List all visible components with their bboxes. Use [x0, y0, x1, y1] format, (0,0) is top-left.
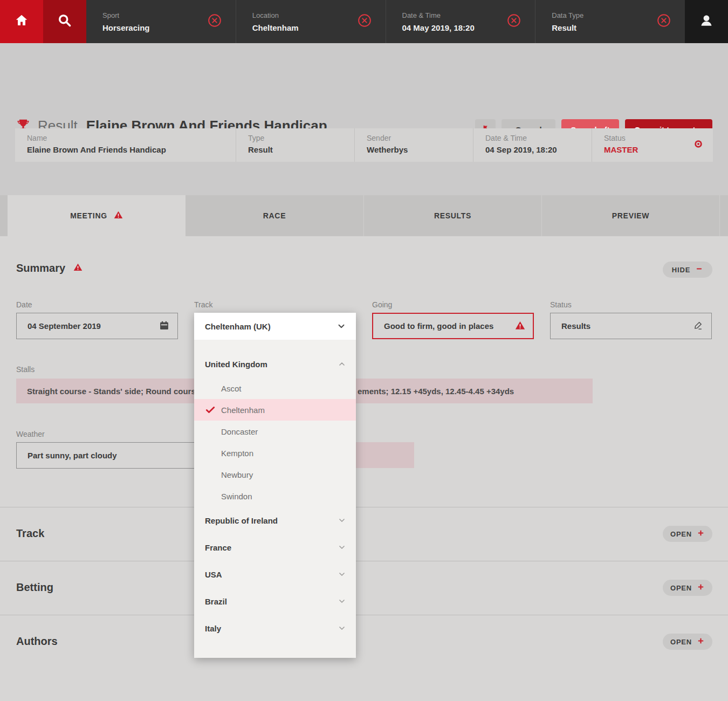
info-datetime: Date & Time 04 Sep 2019, 18:20: [473, 128, 592, 162]
home-button[interactable]: [0, 0, 43, 43]
filter-chips: Sport Horseracing Location Cheltenham: [86, 0, 685, 43]
authors-section-heading: Authors: [16, 635, 58, 648]
status-label: Status: [550, 300, 572, 309]
section-divider: [0, 561, 728, 561]
tab-bar: MEETING RACE RESULTS PREVIEW: [0, 195, 728, 236]
chevron-down-icon: [338, 543, 346, 552]
dropdown-group-usa[interactable]: USA: [194, 561, 356, 588]
dropdown-group-italy[interactable]: Italy: [194, 615, 356, 642]
dropdown-group-republic-of-ireland[interactable]: Republic of Ireland: [194, 507, 356, 534]
chip-value: 04 May 2019, 18:20: [402, 23, 475, 32]
calendar-icon: [159, 320, 170, 333]
tab-results[interactable]: RESULTS: [363, 195, 541, 236]
dropdown-group-brazil[interactable]: Brazil: [194, 588, 356, 615]
remove-filter-icon[interactable]: [208, 13, 222, 30]
tab-preview[interactable]: PREVIEW: [541, 195, 719, 236]
filter-chip-datetime[interactable]: Date & Time 04 May 2019, 18:20: [386, 0, 535, 43]
open-track-section-button[interactable]: OPEN: [663, 526, 712, 542]
chip-label: Sport: [102, 11, 150, 19]
tab-meeting[interactable]: MEETING: [8, 195, 186, 236]
hide-summary-button[interactable]: HIDE: [663, 262, 712, 278]
date-field[interactable]: 04 September 2019: [16, 313, 178, 339]
info-name: Name Elaine Brown And Friends Handicap: [15, 128, 236, 162]
plus-icon: [697, 637, 705, 647]
search-icon: [57, 13, 72, 30]
info-type: Type Result: [236, 128, 354, 162]
page-header: Result Elaine Brown And Friends Handicap…: [0, 43, 728, 128]
stalls-label: Stalls: [16, 365, 35, 374]
filter-chip-datatype[interactable]: Data Type Result: [535, 0, 685, 43]
chevron-down-icon: [338, 570, 346, 579]
track-dropdown: Cheltenham (UK) United Kingdom Ascot: [194, 313, 356, 658]
section-divider: [0, 615, 728, 615]
pencil-icon: [693, 320, 704, 332]
chip-label: Data Type: [552, 11, 583, 19]
meeting-tab-content: Summary HIDE Date Track Going Status 04 …: [0, 236, 728, 701]
remove-filter-icon[interactable]: [358, 13, 372, 30]
chevron-up-icon: [338, 360, 346, 368]
summary-heading: Summary: [16, 262, 83, 274]
tab-bar-filler: [719, 195, 728, 236]
chip-label: Date & Time: [402, 11, 475, 19]
info-status: Status MASTER: [592, 128, 713, 162]
dropdown-option-ascot[interactable]: Ascot: [194, 377, 356, 399]
chip-value: Result: [552, 23, 583, 32]
user-icon: [698, 12, 715, 31]
dropdown-option-kempton[interactable]: Kempton: [194, 442, 356, 464]
dropdown-option-swindon[interactable]: Swindon: [194, 485, 356, 507]
user-menu-button[interactable]: [685, 0, 728, 43]
minus-icon: [695, 265, 703, 274]
warning-triangle-icon: [114, 210, 123, 221]
chip-value: Horseracing: [102, 23, 150, 32]
tab-bar-filler: [0, 195, 8, 236]
filter-chip-location[interactable]: Location Cheltenham: [236, 0, 386, 43]
top-bar: Sport Horseracing Location Cheltenham: [0, 0, 728, 43]
going-field[interactable]: Good to firm, good in places: [372, 313, 534, 339]
chevron-down-icon: [338, 516, 346, 525]
open-betting-section-button[interactable]: OPEN: [663, 580, 712, 596]
filter-chip-sport[interactable]: Sport Horseracing: [86, 0, 236, 43]
check-icon: [205, 404, 216, 415]
chevron-down-icon: [336, 321, 346, 331]
track-label: Track: [194, 300, 212, 309]
dropdown-group-france[interactable]: France: [194, 534, 356, 561]
warning-triangle-icon: [73, 262, 83, 274]
stalls-text-left: Straight course - Stands' side; Round co…: [27, 387, 221, 396]
stalls-text-right: ements; 12.15 +45yds, 12.45-4.45 +34yds: [358, 379, 514, 403]
chip-value: Cheltenham: [252, 23, 299, 32]
remove-filter-icon[interactable]: [657, 13, 671, 30]
track-dropdown-trigger[interactable]: Cheltenham (UK): [194, 313, 356, 340]
dropdown-option-cheltenham[interactable]: Cheltenham: [194, 399, 356, 421]
target-icon: [693, 139, 703, 151]
betting-section-heading: Betting: [16, 581, 53, 594]
remove-filter-icon[interactable]: [507, 13, 521, 30]
plus-icon: [697, 583, 705, 593]
home-icon: [14, 13, 29, 30]
open-authors-section-button[interactable]: OPEN: [663, 634, 712, 650]
chip-label: Location: [252, 11, 299, 19]
section-divider: [0, 507, 728, 507]
chevron-down-icon: [338, 624, 346, 633]
dropdown-group-united-kingdom[interactable]: United Kingdom: [194, 350, 356, 377]
going-label: Going: [372, 300, 392, 309]
tab-race[interactable]: RACE: [186, 195, 363, 236]
plus-icon: [697, 529, 705, 539]
weather-label: Weather: [16, 430, 45, 438]
info-sender: Sender Wetherbys: [354, 128, 473, 162]
status-field[interactable]: Results: [550, 313, 712, 339]
warning-triangle-icon: [515, 320, 525, 332]
dropdown-option-doncaster[interactable]: Doncaster: [194, 421, 356, 442]
chevron-down-icon: [338, 597, 346, 606]
record-info-bar: Name Elaine Brown And Friends Handicap T…: [15, 128, 713, 162]
track-dropdown-panel: United Kingdom Ascot Cheltenham Doncaste…: [194, 340, 356, 658]
app-window: Sport Horseracing Location Cheltenham: [0, 0, 728, 701]
dropdown-option-newbury[interactable]: Newbury: [194, 464, 356, 485]
search-button[interactable]: [43, 0, 86, 43]
date-label: Date: [16, 300, 32, 309]
track-section-heading: Track: [16, 527, 44, 540]
